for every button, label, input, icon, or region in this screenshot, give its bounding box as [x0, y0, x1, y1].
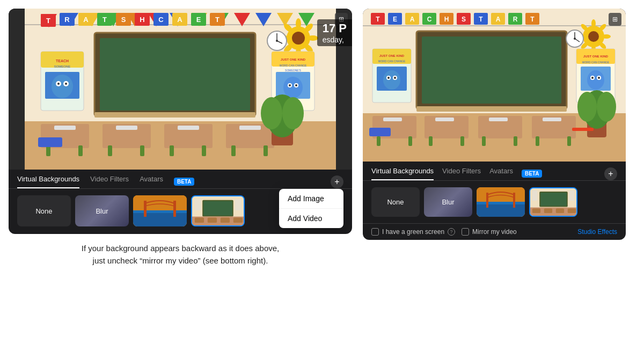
bg-option-none-left[interactable]: None: [17, 195, 71, 226]
green-screen-checkbox[interactable]: [371, 228, 379, 236]
beta-badge-right: BETA: [522, 170, 542, 178]
beta-badge-left: BETA: [174, 178, 194, 186]
green-screen-help-icon[interactable]: ?: [448, 228, 455, 236]
svg-text:T: T: [376, 16, 380, 23]
svg-text:C: C: [158, 16, 164, 24]
svg-text:R: R: [513, 16, 518, 23]
add-background-button-left[interactable]: +: [331, 175, 343, 188]
mirror-video-checkbox[interactable]: [462, 228, 469, 236]
svg-rect-208: [532, 191, 538, 201]
bg-option-blur-left[interactable]: Blur: [75, 195, 129, 226]
add-video-option[interactable]: Add Video: [279, 209, 343, 228]
svg-rect-37: [100, 38, 250, 111]
svg-rect-107: [221, 217, 230, 223]
svg-rect-89: [178, 126, 199, 130]
green-screen-group: I have a green screen ?: [371, 228, 455, 236]
svg-rect-179: [429, 136, 433, 146]
svg-point-93: [261, 97, 282, 129]
svg-rect-184: [567, 136, 571, 146]
classroom-thumbnail-left: [192, 195, 244, 226]
svg-text:WORD CAN CHANGE: WORD CAN CHANGE: [280, 64, 307, 67]
svg-rect-83: [170, 145, 174, 156]
svg-rect-109: [195, 199, 201, 210]
tab-virtual-backgrounds-right[interactable]: Virtual Backgrounds: [371, 167, 434, 180]
svg-rect-202: [540, 193, 567, 206]
svg-rect-106: [208, 217, 217, 223]
tab-video-filters-left[interactable]: Video Filters: [90, 175, 129, 188]
svg-text:H: H: [140, 16, 144, 24]
bg-option-classroom-right[interactable]: [529, 187, 577, 217]
svg-text:E: E: [196, 16, 201, 24]
svg-rect-185: [383, 118, 402, 121]
svg-point-140: [591, 19, 596, 28]
svg-rect-197: [477, 202, 525, 204]
svg-rect-88: [116, 126, 137, 130]
svg-text:R: R: [64, 16, 70, 24]
svg-rect-87: [54, 126, 76, 130]
svg-rect-110: [235, 199, 241, 210]
add-background-button-right[interactable]: +: [604, 167, 617, 180]
svg-rect-186: [435, 118, 454, 121]
right-panel: T E A C H S T A R T teachstarter: [363, 9, 626, 240]
bg-options-right: None Blur: [363, 181, 626, 223]
left-section: T R A T S H C A E T ● teachsta: [9, 9, 352, 269]
svg-rect-80: [78, 145, 83, 156]
right-tab-bar: Virtual Backgrounds Video Filters Avatar…: [363, 162, 626, 181]
svg-text:A: A: [83, 16, 89, 24]
dropdown-menu-left: Add Image Add Video: [279, 189, 343, 228]
tab-video-filters-right[interactable]: Video Filters: [442, 167, 481, 180]
bg-option-bridge-right[interactable]: [477, 187, 525, 217]
svg-rect-177: [377, 136, 380, 146]
tab-avatars-right[interactable]: Avatars: [489, 167, 513, 180]
svg-text:A: A: [496, 16, 501, 23]
svg-rect-82: [140, 145, 144, 156]
svg-rect-136: [422, 36, 561, 104]
bg-option-bridge-left[interactable]: [133, 195, 187, 226]
svg-text:WORD CAN CHANGE: WORD CAN CHANGE: [582, 61, 610, 64]
svg-text:WORD CAN CHANGE: WORD CAN CHANGE: [378, 60, 406, 63]
bg-option-blur-right[interactable]: Blur: [424, 187, 472, 217]
svg-rect-193: [369, 128, 391, 136]
bg-options-left: None Blur: [9, 189, 352, 234]
add-image-option[interactable]: Add Image: [279, 189, 343, 209]
svg-text:A: A: [410, 16, 415, 23]
svg-rect-97: [133, 211, 187, 226]
classroom-background-left: T R A T S H C A E T ● teachsta: [9, 9, 352, 170]
caption-text: If your background appears backward as i…: [82, 240, 280, 269]
svg-point-167: [587, 70, 604, 90]
svg-rect-137: [416, 106, 567, 112]
left-video-preview: T R A T S H C A E T ● teachsta: [9, 9, 352, 170]
svg-text:T: T: [103, 16, 107, 24]
svg-rect-98: [133, 210, 187, 213]
copy-button-right[interactable]: ⊞: [609, 13, 621, 26]
svg-rect-105: [195, 217, 204, 223]
svg-text:H: H: [444, 16, 449, 23]
svg-rect-81: [108, 145, 112, 156]
svg-rect-85: [231, 145, 236, 156]
svg-point-41: [296, 18, 301, 29]
tab-virtual-backgrounds-left[interactable]: Virtual Backgrounds: [17, 175, 79, 188]
svg-text:T: T: [215, 16, 219, 24]
mirror-video-group: Mirror my video: [462, 228, 517, 236]
svg-rect-183: [536, 136, 539, 146]
svg-text:JUST ONE KIND: JUST ONE KIND: [379, 54, 405, 57]
svg-rect-103: [203, 201, 232, 216]
svg-point-191: [577, 92, 597, 122]
bg-option-classroom-left[interactable]: [191, 195, 245, 226]
svg-rect-90: [239, 126, 261, 130]
svg-point-94: [282, 97, 304, 129]
svg-text:C: C: [427, 16, 432, 23]
bg-option-none-right[interactable]: None: [371, 187, 420, 217]
svg-point-142: [602, 34, 611, 39]
tab-avatars-left[interactable]: Avatars: [140, 175, 163, 188]
svg-text:A: A: [177, 16, 182, 24]
svg-point-192: [597, 92, 616, 122]
svg-text:S: S: [462, 16, 466, 23]
svg-rect-95: [38, 137, 62, 147]
svg-point-69: [283, 77, 303, 98]
mirror-video-label: Mirror my video: [472, 228, 517, 236]
svg-text:JUST ONE KIND: JUST ONE KIND: [583, 55, 609, 58]
svg-rect-206: [556, 208, 564, 213]
studio-effects-link[interactable]: Studio Effects: [577, 228, 617, 236]
svg-rect-196: [477, 203, 525, 217]
